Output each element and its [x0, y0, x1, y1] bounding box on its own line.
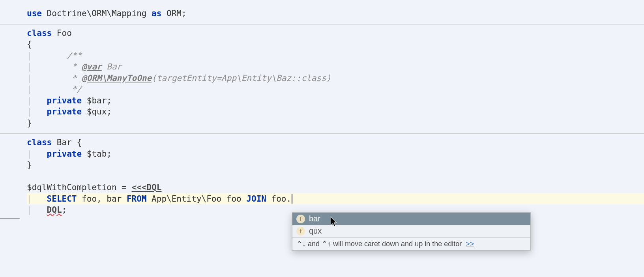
code-section-1[interactable]: use Doctrine\ORM\Mapping as ORM; — [0, 0, 644, 24]
code-section-3[interactable]: class Bar { | private $tab; } $dqlWithCo… — [0, 134, 644, 216]
annotation-orm: @ORM\ManyToOne — [82, 73, 152, 83]
keyword-use: use — [27, 9, 42, 18]
code-line-blank[interactable] — [27, 171, 644, 182]
completion-item-qux[interactable]: f qux — [292, 225, 530, 237]
field-icon: f — [296, 215, 305, 223]
completion-popup[interactable]: f bar f qux ⌃↓ and ⌃↑ will move caret do… — [292, 212, 531, 251]
code-line-brace-close[interactable]: } — [27, 118, 644, 129]
code-line-dql-var[interactable]: $dqlWithCompletion = <<<DQL — [27, 182, 644, 193]
gutter-mark — [0, 218, 20, 219]
code-line-class-bar[interactable]: class Bar { — [27, 137, 644, 148]
code-line-brace-close-2[interactable]: } — [27, 159, 644, 171]
code-line-use[interactable]: use Doctrine\ORM\Mapping as ORM; — [27, 8, 644, 19]
field-icon: f — [296, 227, 305, 236]
code-line-private-bar[interactable]: | private $bar; — [27, 95, 644, 107]
heredoc-close: DQL — [47, 205, 62, 215]
code-line-class-foo[interactable]: class Foo — [27, 28, 644, 39]
completion-hint: ⌃↓ and ⌃↑ will move caret down and up in… — [292, 237, 530, 250]
dql-from: FROM — [127, 194, 147, 204]
hint-more-link[interactable]: >> — [466, 240, 474, 248]
keyword-as: as — [152, 9, 161, 18]
dql-select: SELECT — [47, 194, 77, 204]
code-line-brace[interactable]: { — [27, 39, 644, 50]
completion-label: bar — [309, 214, 320, 223]
dql-join: JOIN — [246, 194, 266, 204]
code-line-doc[interactable]: | /** — [27, 50, 644, 62]
heredoc-open: <<<DQL — [132, 183, 162, 192]
code-line-doc-end[interactable]: | */ — [27, 84, 644, 95]
text-caret — [292, 194, 292, 204]
code-line-doc-orm[interactable]: | * @ORM\ManyToOne(targetEntity=App\Enti… — [27, 73, 644, 84]
annotation-var: @var — [82, 62, 102, 71]
code-line-doc-var[interactable]: | * @var Bar — [27, 61, 644, 73]
code-line-private-qux[interactable]: | private $qux; — [27, 106, 644, 118]
code-line-dql-select[interactable]: | SELECT foo, bar FROM App\Entity\Foo fo… — [27, 193, 644, 205]
hint-text: ⌃↓ and ⌃↑ will move caret down and up in… — [296, 240, 462, 248]
completion-label: qux — [309, 226, 322, 236]
code-section-2[interactable]: class Foo { | /** | * @var Bar | * @ORM\… — [0, 24, 644, 134]
code-line-private-tab[interactable]: | private $tab; — [27, 148, 644, 160]
completion-item-bar[interactable]: f bar — [292, 213, 530, 225]
